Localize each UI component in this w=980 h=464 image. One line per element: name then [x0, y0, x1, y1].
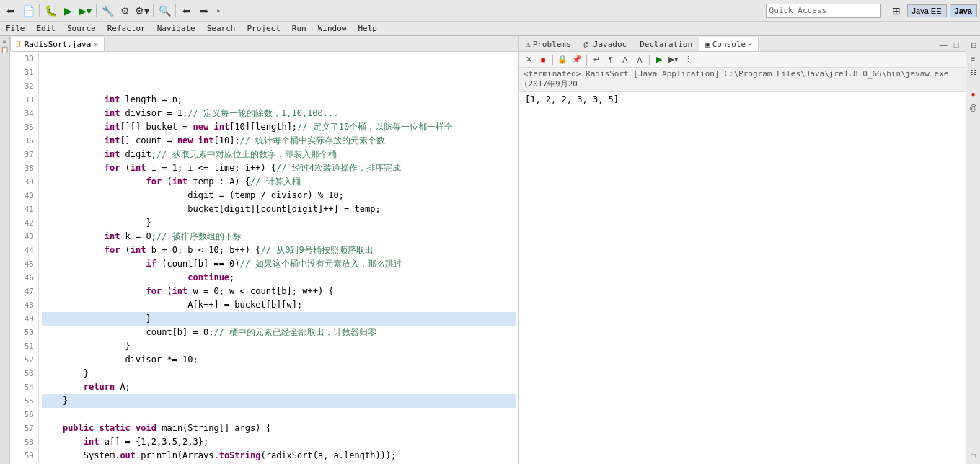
token: for	[105, 161, 120, 175]
rst-btn-1[interactable]: ⊟	[968, 39, 979, 50]
main-content: ≡ 📋 J RadisSort.java ✕ 30313233343536373…	[0, 36, 980, 464]
tab-javadoc-label: @ Javadoc	[584, 40, 627, 49]
toolbar-btn-6[interactable]: ⚙	[117, 3, 133, 19]
code-line-55: int a[] = {1,2,3,5,2,3};	[42, 435, 516, 449]
tab-declaration[interactable]: Declaration	[633, 37, 699, 51]
line-num-33: 33	[13, 93, 34, 107]
toolbar-btn-search[interactable]: 🔍	[156, 3, 172, 19]
panel-maximize-btn[interactable]: □	[950, 38, 963, 51]
editor-panel: J RadisSort.java ✕ 303132333435363738394…	[10, 36, 518, 464]
console-clear-btn[interactable]: ✕	[522, 53, 535, 66]
toolbar-btn-back[interactable]: ⬅	[179, 3, 195, 19]
console-run2-btn[interactable]: ▶▾	[667, 53, 680, 66]
console-output-text: [1, 2, 2, 3, 3, 5]	[525, 94, 619, 104]
token	[94, 421, 99, 435]
code-line-32: int[][] bucket = new int[10][length];// …	[42, 120, 516, 134]
console-scroll-lock-btn[interactable]: 🔒	[556, 53, 569, 66]
token: int	[172, 285, 188, 298]
token: (	[162, 285, 172, 298]
tab-console[interactable]: ▣ Console ✕	[699, 37, 759, 51]
perspective-buttons: ⊞ Java EE Java	[888, 3, 977, 19]
menu-help[interactable]: Help	[355, 24, 380, 33]
code-line-40: int k = 0;// 被排序数组的下标	[42, 230, 516, 244]
token: int	[198, 134, 214, 148]
console-font-btn[interactable]: A	[619, 53, 632, 66]
token	[193, 134, 198, 148]
menu-source[interactable]: Source	[64, 24, 99, 33]
tab-problems-label: Problems	[533, 40, 571, 49]
console-font2-btn[interactable]: A	[633, 53, 646, 66]
perspective-java[interactable]: Java	[950, 4, 977, 17]
rst-btn-2[interactable]: ≡	[968, 53, 979, 64]
token: // 从0到9号桶按照顺序取出	[260, 244, 373, 257]
token: [10][length];	[229, 120, 297, 134]
main-toolbar: ⬅ 📄 🐛 ▶ ▶▾ 🔧 ⚙ ⚙▾ 🔍 ⬅ ➡ ▸ Quick Access ⊞…	[0, 0, 980, 22]
code-line-45: A[k++] = bucket[b][w];	[42, 298, 516, 312]
toolbar-btn-debug[interactable]: 🐛	[43, 3, 58, 19]
menu-run[interactable]: Run	[289, 24, 309, 33]
token: int	[213, 120, 229, 134]
code-content[interactable]: int length = n; int divisor = 1;// 定义每一轮…	[39, 52, 518, 464]
menu-navigate[interactable]: Navigate	[154, 24, 198, 33]
tab-console-label: Console	[712, 40, 746, 49]
token: // 桶中的元素已经全部取出，计数器归零	[213, 326, 376, 339]
code-line-43: continue;	[42, 271, 516, 285]
quick-access-box[interactable]: Quick Access	[766, 4, 881, 18]
toolbar-btn-run[interactable]: ▶	[60, 3, 76, 19]
toolbar-btn-fwd[interactable]: ➡	[196, 3, 212, 19]
rst-btn-3[interactable]: ☷	[968, 66, 979, 78]
line-num-42: 42	[13, 216, 34, 230]
console-stop-btn[interactable]: ■	[537, 53, 549, 66]
toolbar-btn-7[interactable]: ⚙▾	[134, 3, 150, 19]
code-line-33: int[] count = new int[10];// 统计每个桶中实际存放的…	[42, 134, 516, 148]
menu-window[interactable]: Window	[315, 24, 350, 33]
token: A;	[115, 380, 131, 394]
editor-tab-close[interactable]: ✕	[94, 40, 98, 48]
console-word-wrap-btn[interactable]: ↵	[590, 53, 603, 66]
console-run-btn[interactable]: ▶	[653, 53, 666, 66]
rst-btn-4[interactable]: ●	[968, 88, 979, 99]
menu-file[interactable]: File	[3, 24, 28, 33]
rst-btn-5[interactable]: @	[968, 102, 979, 113]
line-num-37: 37	[13, 148, 34, 161]
console-newline-btn[interactable]: ¶	[604, 53, 617, 66]
console-tab-close[interactable]: ✕	[748, 40, 752, 48]
token: main(String[] args) {	[156, 421, 271, 435]
tab-problems[interactable]: ⚠ Problems	[519, 37, 578, 51]
console-pin-btn[interactable]: 📌	[570, 53, 583, 66]
toolbar-btn-5[interactable]: 🔧	[100, 3, 115, 19]
tab-javadoc[interactable]: @ Javadoc	[578, 37, 634, 51]
perspective-java-ee[interactable]: Java EE	[907, 4, 947, 17]
token: (	[120, 244, 130, 257]
toolbar-btn-new[interactable]: 📄	[20, 3, 36, 19]
token	[208, 120, 213, 134]
panel-minimize-btn[interactable]: —	[937, 38, 950, 51]
console-more-btn[interactable]: ⋮	[681, 53, 694, 66]
menu-project[interactable]: Project	[244, 24, 283, 33]
token: }	[125, 312, 151, 326]
console-terminated-text: <terminated> RadisSort [Java Application…	[524, 69, 948, 89]
editor-tab-radissort[interactable]: J RadisSort.java ✕	[10, 37, 105, 51]
token: static	[100, 421, 131, 435]
toolbar-btn-1[interactable]: ⬅	[3, 3, 19, 19]
gutter-icon-1[interactable]: ≡	[3, 37, 6, 45]
code-area[interactable]: 3031323334353637383940414243444546474849…	[10, 52, 518, 464]
token: .println(Arrays.	[136, 449, 219, 463]
perspective-icons-btn[interactable]: ⊞	[888, 3, 904, 19]
problems-icon: ⚠	[526, 40, 531, 49]
separator-3	[153, 4, 154, 17]
code-line-49: divisor *= 10;	[42, 353, 516, 367]
line-num-47: 47	[13, 285, 34, 298]
token: int	[105, 107, 120, 120]
token: digit = (temp / divisor) % 10;	[146, 189, 345, 202]
rst-btn-6[interactable]: □	[968, 450, 979, 461]
menu-edit[interactable]: Edit	[34, 24, 59, 33]
menu-search[interactable]: Search	[204, 24, 239, 33]
gutter-icon-2[interactable]: 📋	[1, 46, 9, 53]
token: // 定义了10个桶，以防每一位都一样全	[297, 120, 453, 134]
token: divisor *= 10;	[105, 353, 198, 367]
token: (radixSort(a, a.length)));	[260, 449, 396, 463]
menu-refactor[interactable]: Refactor	[105, 24, 149, 33]
token: i = 1; i <= time; i++) {	[146, 161, 277, 175]
toolbar-btn-run2[interactable]: ▶▾	[77, 3, 93, 19]
